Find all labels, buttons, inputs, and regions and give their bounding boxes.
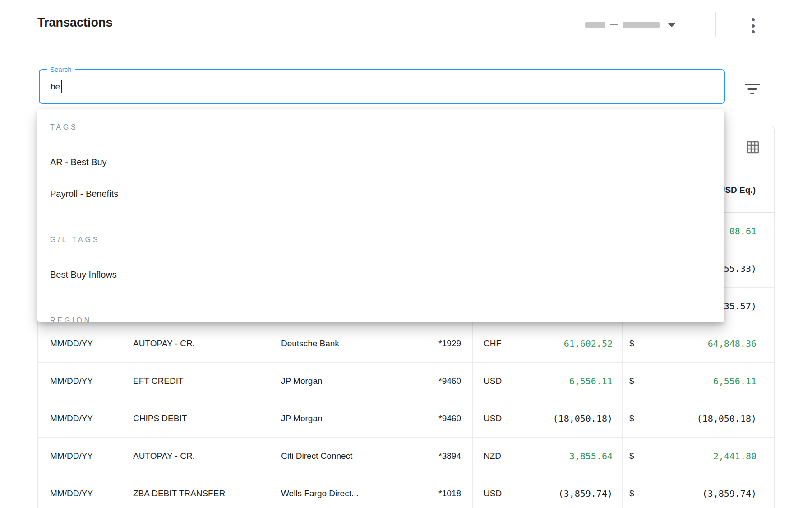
cell-amount: (18,050.18) bbox=[553, 413, 613, 424]
cell-usd-eq: 64,848.36 bbox=[708, 338, 757, 349]
header-vertical-divider bbox=[715, 12, 716, 37]
date-range-dash bbox=[610, 24, 618, 25]
kebab-dot bbox=[752, 30, 755, 33]
cell-usd-eq: 2,441.80 bbox=[713, 451, 757, 461]
table-row[interactable]: MM/DD/YY CHIPS DEBIT JP Morgan *9460 USD… bbox=[38, 400, 774, 438]
cell-amount: 6,556.11 bbox=[569, 376, 613, 387]
cell-amount-group: USD 6,556.11 bbox=[472, 363, 622, 400]
cell-amount-group: USD (3,859.74) bbox=[472, 475, 622, 508]
cell-amount: (3,859.74) bbox=[558, 488, 613, 499]
cell-bank: Citi Direct Connect bbox=[269, 451, 377, 461]
page-title: Transactions bbox=[37, 15, 113, 30]
cell-currency: USD bbox=[484, 414, 502, 424]
cell-description: EFT CREDIT bbox=[121, 376, 269, 386]
cell-description: AUTOPAY - CR. bbox=[121, 339, 269, 349]
search-suggestions-panel: TAGSAR - Best BuyPayroll - BenefitsG/L T… bbox=[37, 109, 724, 322]
suggestion-section-label: G/L TAGS bbox=[37, 235, 724, 245]
cell-usd-eq: 55.33) bbox=[724, 263, 757, 274]
usd-symbol: $ bbox=[629, 376, 634, 386]
suggestion-item[interactable]: AR - Best Buy bbox=[37, 146, 724, 178]
cell-currency: NZD bbox=[484, 451, 501, 461]
usd-symbol: $ bbox=[629, 489, 634, 499]
filter-icon bbox=[745, 84, 760, 85]
cell-amount-group: NZD 3,855.64 bbox=[472, 438, 622, 475]
table-row[interactable]: MM/DD/YY ZBA DEBIT TRANSFER Wells Fargo … bbox=[38, 475, 774, 508]
date-end-placeholder bbox=[623, 22, 660, 28]
date-range-selector[interactable] bbox=[582, 18, 681, 33]
grid-icon bbox=[746, 140, 760, 154]
date-start-placeholder bbox=[585, 22, 605, 28]
kebab-dot bbox=[752, 18, 755, 21]
cell-currency: USD bbox=[484, 376, 502, 386]
cell-date: MM/DD/YY bbox=[38, 414, 121, 424]
cell-account: *1018 bbox=[377, 489, 472, 499]
cell-description: CHIPS DEBIT bbox=[121, 414, 269, 424]
cell-account: *1929 bbox=[377, 339, 472, 349]
suggestion-section-label: TAGS bbox=[37, 122, 724, 132]
filter-icon bbox=[747, 88, 757, 89]
cell-amount: 61,602.52 bbox=[564, 338, 613, 349]
usd-symbol: $ bbox=[629, 451, 634, 461]
header-divider bbox=[37, 50, 775, 50]
cell-usd-eq-group: $ 64,848.36 bbox=[622, 325, 775, 362]
cell-currency: USD bbox=[484, 489, 502, 499]
cell-date: MM/DD/YY bbox=[38, 451, 121, 461]
table-row[interactable]: MM/DD/YY EFT CREDIT JP Morgan *9460 USD … bbox=[38, 363, 774, 400]
cell-bank: Deutsche Bank bbox=[269, 339, 377, 349]
cell-description: ZBA DEBIT TRANSFER bbox=[121, 489, 269, 499]
usd-symbol: $ bbox=[629, 414, 634, 424]
cell-account: *9460 bbox=[377, 376, 472, 386]
cell-amount-group: CHF 61,602.52 bbox=[472, 325, 622, 362]
table-row[interactable]: MM/DD/YY AUTOPAY - CR. Citi Direct Conne… bbox=[38, 438, 774, 475]
cell-usd-eq: 6,556.11 bbox=[713, 376, 757, 387]
transactions-page: Transactions (USD Eq.) bbox=[0, 0, 812, 508]
more-options-button[interactable] bbox=[749, 18, 757, 33]
cell-date: MM/DD/YY bbox=[38, 339, 121, 349]
cell-account: *3894 bbox=[377, 451, 472, 461]
cell-usd-eq: (18,050.18) bbox=[697, 413, 757, 424]
cell-bank: JP Morgan bbox=[269, 414, 377, 424]
suggestions-divider bbox=[37, 295, 724, 295]
cell-amount-group: USD (18,050.18) bbox=[472, 400, 622, 437]
suggestion-section-label: REGION bbox=[37, 316, 724, 322]
cell-usd-eq: 35.57) bbox=[724, 301, 757, 312]
table-row[interactable]: MM/DD/YY AUTOPAY - CR. Deutsche Bank *19… bbox=[38, 325, 774, 363]
cell-bank: Wells Fargo Direct... bbox=[269, 489, 377, 499]
text-cursor bbox=[61, 80, 62, 93]
cell-date: MM/DD/YY bbox=[38, 489, 121, 499]
cell-usd-eq-group: $ (18,050.18) bbox=[622, 400, 775, 437]
suggestion-item[interactable]: Payroll - Benefits bbox=[37, 178, 724, 210]
grid-columns-icon[interactable] bbox=[746, 140, 760, 154]
chevron-down-icon bbox=[667, 23, 676, 27]
cell-usd-eq-group: $ 6,556.11 bbox=[622, 363, 775, 400]
kebab-dot bbox=[752, 24, 755, 28]
cell-usd-eq: 08.61 bbox=[729, 226, 757, 237]
filter-button[interactable] bbox=[742, 79, 762, 98]
cell-currency: CHF bbox=[484, 339, 501, 349]
cell-bank: JP Morgan bbox=[269, 376, 377, 386]
suggestions-divider bbox=[37, 214, 724, 214]
cell-usd-eq-group: $ (3,859.74) bbox=[622, 475, 775, 508]
usd-symbol: $ bbox=[629, 339, 634, 349]
search-input[interactable]: Search be bbox=[39, 69, 725, 104]
cell-usd-eq: (3,859.74) bbox=[702, 488, 757, 499]
cell-description: AUTOPAY - CR. bbox=[121, 451, 269, 461]
cell-usd-eq-group: $ 2,441.80 bbox=[622, 438, 775, 475]
cell-date: MM/DD/YY bbox=[38, 376, 121, 386]
suggestion-item[interactable]: Best Buy Inflows bbox=[37, 259, 724, 290]
search-field-value: be bbox=[51, 70, 62, 103]
cell-account: *9460 bbox=[377, 414, 472, 424]
cell-amount: 3,855.64 bbox=[569, 451, 613, 461]
filter-icon bbox=[750, 93, 754, 94]
